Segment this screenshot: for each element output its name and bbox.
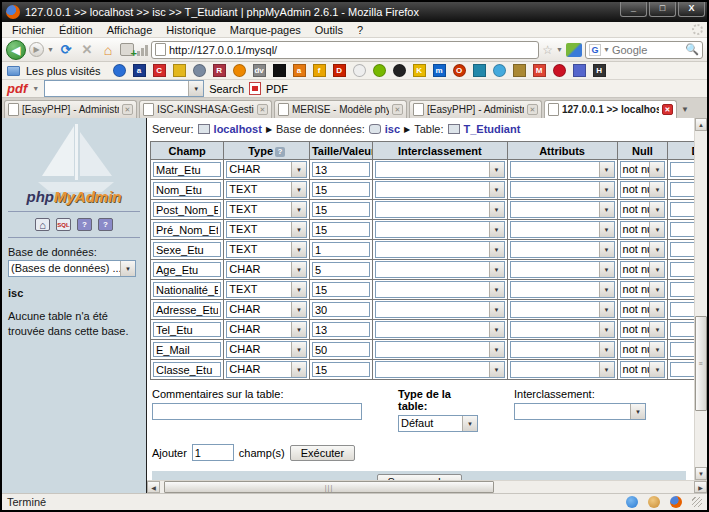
field-attributes-select[interactable]: ▼ bbox=[510, 301, 615, 318]
google-logo-icon[interactable]: G bbox=[589, 44, 601, 56]
menu-item-fichier[interactable]: Fichier bbox=[6, 23, 51, 37]
field-default-input[interactable] bbox=[670, 282, 694, 297]
field-attributes-select[interactable]: ▼ bbox=[510, 221, 615, 238]
pdf-dropdown-icon[interactable]: ▼ bbox=[32, 85, 39, 92]
field-type-select[interactable]: TEXT▼ bbox=[226, 181, 307, 198]
dropdown-arrow-icon[interactable]: ▼ bbox=[291, 182, 306, 197]
vertical-scrollbar[interactable]: ▲ ≡ ▼ bbox=[694, 118, 707, 480]
most-visited-label[interactable]: Les plus visités bbox=[26, 65, 101, 77]
tab-3[interactable]: MERISE - Modèle physique d...✕ bbox=[274, 100, 407, 118]
breadcrumb-server-link[interactable]: localhost bbox=[214, 123, 262, 135]
maximize-button[interactable]: □ bbox=[649, 2, 676, 17]
pdf-label[interactable]: PDF bbox=[266, 83, 288, 95]
dropdown-arrow-icon[interactable]: ▼ bbox=[649, 342, 664, 357]
menu-item-affichage[interactable]: Affichage bbox=[101, 23, 159, 37]
dropdown-arrow-icon[interactable]: ▼ bbox=[489, 342, 504, 357]
execute-button[interactable]: Exécuter bbox=[290, 445, 355, 461]
bookmark-icon[interactable] bbox=[373, 64, 386, 77]
field-attributes-select[interactable]: ▼ bbox=[510, 341, 615, 358]
field-attributes-select[interactable]: ▼ bbox=[510, 281, 615, 298]
bookmark-icon[interactable]: f bbox=[313, 64, 326, 77]
dropdown-arrow-icon[interactable]: ▼ bbox=[599, 302, 614, 317]
dropdown-arrow-icon[interactable]: ▼ bbox=[649, 282, 664, 297]
field-length-input[interactable] bbox=[312, 202, 370, 217]
pdf-logo[interactable]: pdf bbox=[7, 81, 27, 96]
bookmark-icon[interactable] bbox=[353, 64, 366, 77]
folder-icon[interactable] bbox=[7, 66, 20, 76]
dropdown-arrow-icon[interactable]: ▼ bbox=[188, 81, 203, 96]
dropdown-arrow-icon[interactable]: ▼ bbox=[599, 222, 614, 237]
dropdown-arrow-icon[interactable]: ▼ bbox=[489, 162, 504, 177]
search-magnifier-icon[interactable]: 🔍 bbox=[685, 43, 699, 56]
table-type-select[interactable]: Défaut ▼ bbox=[398, 415, 478, 432]
engine-dropdown-icon[interactable]: ▼ bbox=[603, 46, 610, 53]
bookmark-icon[interactable]: m bbox=[433, 64, 446, 77]
bookmark-icon[interactable] bbox=[233, 64, 246, 77]
field-type-select[interactable]: CHAR▼ bbox=[226, 321, 307, 338]
bookmark-icon[interactable] bbox=[473, 64, 486, 77]
field-collation-select[interactable]: ▼ bbox=[375, 241, 504, 258]
field-name-input[interactable] bbox=[153, 242, 221, 257]
bookmark-add-icon[interactable] bbox=[120, 43, 134, 56]
comments-input[interactable] bbox=[152, 403, 362, 420]
history-dropdown-icon[interactable]: ▼ bbox=[47, 46, 54, 53]
bookmark-star-icon[interactable]: ☆ bbox=[542, 43, 553, 57]
field-attributes-select[interactable]: ▼ bbox=[510, 361, 615, 378]
field-name-input[interactable] bbox=[153, 322, 221, 337]
dropdown-arrow-icon[interactable]: ▼ bbox=[649, 302, 664, 317]
field-attributes-select[interactable]: ▼ bbox=[510, 181, 615, 198]
field-null-select[interactable]: not null▼ bbox=[620, 341, 666, 358]
scroll-up-icon[interactable]: ▲ bbox=[695, 118, 707, 131]
field-default-input[interactable] bbox=[670, 202, 694, 217]
field-collation-select[interactable]: ▼ bbox=[375, 181, 504, 198]
database-select[interactable]: (Bases de données) ... ▼ bbox=[8, 260, 136, 277]
dropdown-arrow-icon[interactable]: ▼ bbox=[649, 222, 664, 237]
dropdown-arrow-icon[interactable]: ▼ bbox=[489, 302, 504, 317]
sql-window-icon[interactable]: SQL bbox=[56, 218, 71, 231]
dropdown-arrow-icon[interactable]: ▼ bbox=[120, 261, 135, 276]
tab-close-icon[interactable]: ✕ bbox=[257, 104, 268, 115]
dropdown-arrow-icon[interactable]: ▼ bbox=[489, 202, 504, 217]
field-name-input[interactable] bbox=[153, 182, 221, 197]
dropdown-arrow-icon[interactable]: ▼ bbox=[291, 322, 306, 337]
home-icon[interactable]: ⌂ bbox=[35, 218, 50, 231]
bookmark-icon[interactable] bbox=[553, 64, 566, 77]
bookmark-icon[interactable]: a bbox=[293, 64, 306, 77]
field-length-input[interactable] bbox=[312, 362, 370, 377]
bookmark-icon[interactable] bbox=[393, 64, 406, 77]
vertical-scroll-thumb[interactable]: ≡ bbox=[695, 316, 707, 411]
scroll-down-icon[interactable]: ▼ bbox=[695, 467, 707, 480]
dropdown-arrow-icon[interactable]: ▼ bbox=[489, 362, 504, 377]
phpmyadmin-logo[interactable]: phpMyAdmin bbox=[8, 188, 140, 205]
field-collation-select[interactable]: ▼ bbox=[375, 361, 504, 378]
dropdown-arrow-icon[interactable]: ▼ bbox=[649, 162, 664, 177]
field-length-input[interactable] bbox=[312, 262, 370, 277]
reload-button[interactable]: ⟳ bbox=[57, 41, 75, 59]
faq-icon[interactable]: ? bbox=[98, 218, 113, 231]
bookmark-icon[interactable]: a bbox=[133, 64, 146, 77]
dropdown-arrow-icon[interactable]: ▼ bbox=[599, 322, 614, 337]
add-count-input[interactable] bbox=[192, 444, 234, 461]
field-collation-select[interactable]: ▼ bbox=[375, 341, 504, 358]
tab-close-icon[interactable]: ✕ bbox=[392, 104, 403, 115]
field-collation-select[interactable]: ▼ bbox=[375, 261, 504, 278]
field-default-input[interactable] bbox=[670, 242, 694, 257]
bookmark-icon[interactable] bbox=[193, 64, 206, 77]
field-type-select[interactable]: TEXT▼ bbox=[226, 221, 307, 238]
dropdown-arrow-icon[interactable]: ▼ bbox=[599, 282, 614, 297]
field-length-input[interactable] bbox=[312, 222, 370, 237]
field-name-input[interactable] bbox=[153, 202, 221, 217]
dropdown-arrow-icon[interactable]: ▼ bbox=[489, 262, 504, 277]
bookmark-icon[interactable] bbox=[513, 64, 526, 77]
dropdown-arrow-icon[interactable]: ▼ bbox=[599, 342, 614, 357]
dropdown-arrow-icon[interactable]: ▼ bbox=[649, 322, 664, 337]
bookmark-icon[interactable] bbox=[273, 64, 286, 77]
minimize-button[interactable]: _ bbox=[620, 2, 647, 17]
collation-select[interactable]: ▼ bbox=[514, 403, 646, 420]
field-null-select[interactable]: not null▼ bbox=[620, 221, 666, 238]
search-input[interactable] bbox=[612, 44, 683, 56]
dropdown-arrow-icon[interactable]: ▼ bbox=[649, 262, 664, 277]
field-collation-select[interactable]: ▼ bbox=[375, 221, 504, 238]
bookmark-icon[interactable] bbox=[113, 64, 126, 77]
pdf-search-combobox[interactable]: ▼ bbox=[44, 80, 204, 97]
